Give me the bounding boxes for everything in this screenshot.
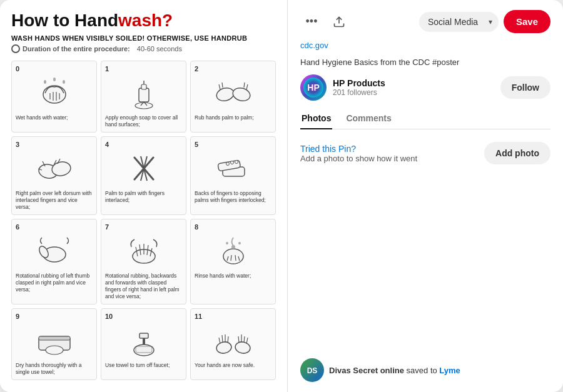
saved-text: Divas Secret online saved to Lyme bbox=[329, 366, 460, 375]
step-number-9: 9 bbox=[16, 313, 93, 320]
svg-rect-33 bbox=[136, 346, 152, 353]
app-container: How to Handwash? WASH HANDS WHEN VISIBLY… bbox=[0, 0, 563, 392]
step-number-6: 6 bbox=[16, 223, 93, 231]
step-cell-0: 0 bbox=[11, 61, 97, 133]
svg-point-8 bbox=[231, 86, 251, 103]
step-illustration-0 bbox=[16, 74, 93, 112]
step-number-3: 3 bbox=[16, 141, 93, 148]
step-illustration-10 bbox=[105, 322, 182, 359]
title-text-black: How to Hand bbox=[11, 11, 118, 30]
more-icon: ••• bbox=[306, 15, 318, 28]
svg-point-34 bbox=[215, 341, 232, 354]
saved-row: DS Divas Secret online saved to Lyme bbox=[300, 358, 550, 382]
title-text-red: wash? bbox=[118, 11, 173, 30]
svg-point-3 bbox=[63, 80, 65, 84]
step-desc-2: Rub hands palm to palm; bbox=[195, 114, 271, 121]
svg-text:HP: HP bbox=[307, 83, 319, 93]
step-illustration-2 bbox=[195, 74, 271, 112]
svg-rect-4 bbox=[139, 88, 149, 102]
source-link[interactable]: cdc.gov bbox=[300, 41, 550, 50]
svg-point-23 bbox=[223, 249, 243, 264]
svg-point-2 bbox=[53, 78, 56, 81]
step-illustration-11 bbox=[195, 322, 271, 359]
step-number-0: 0 bbox=[16, 65, 93, 73]
profile-name: HP Products bbox=[333, 78, 494, 88]
saved-user: Divas Secret online bbox=[329, 366, 404, 375]
duration-value: 40-60 seconds bbox=[137, 45, 182, 53]
step-cell-7: 7 Rotational rubbing, backwards and forw… bbox=[101, 219, 186, 304]
svg-point-17 bbox=[226, 163, 229, 166]
step-number-10: 10 bbox=[105, 313, 182, 320]
step-desc-0: Wet hands with water; bbox=[16, 114, 93, 121]
step-desc-4: Palm to palm with fingers interlaced; bbox=[105, 190, 182, 204]
poster-title: How to Handwash? bbox=[11, 11, 276, 31]
step-illustration-4 bbox=[105, 150, 182, 188]
clock-icon bbox=[11, 44, 20, 53]
step-number-5: 5 bbox=[195, 141, 271, 148]
add-photo-button[interactable]: Add photo bbox=[484, 142, 550, 164]
step-desc-9: Dry hands thoroughly with a single use t… bbox=[16, 362, 93, 376]
step-cell-4: 4 Palm to palm with fingers interlaced; bbox=[101, 136, 186, 215]
spacer bbox=[300, 177, 550, 351]
svg-point-24 bbox=[231, 245, 235, 249]
upload-icon bbox=[333, 16, 345, 28]
steps-grid: 0 bbox=[11, 61, 276, 381]
step-number-7: 7 bbox=[105, 223, 182, 231]
tabs-row: Photos Comments bbox=[300, 108, 550, 129]
svg-rect-5 bbox=[141, 84, 146, 89]
more-options-button[interactable]: ••• bbox=[300, 11, 323, 33]
tried-text-block: Tried this Pin? Add a photo to show how … bbox=[300, 144, 417, 163]
svg-point-19 bbox=[235, 161, 238, 164]
step-number-2: 2 bbox=[195, 65, 271, 73]
step-number-1: 1 bbox=[105, 65, 182, 73]
right-toolbar: ••• Social Media ▾ Save bbox=[300, 10, 550, 33]
step-cell-10: 10 Use towel to turn off faucet; bbox=[101, 308, 186, 380]
svg-point-29 bbox=[46, 346, 63, 354]
board-select[interactable]: Social Media bbox=[419, 12, 499, 32]
step-illustration-6 bbox=[16, 233, 93, 270]
profile-row: HP HP Products 201 followers Follow bbox=[300, 74, 550, 101]
step-illustration-3 bbox=[16, 150, 93, 188]
svg-rect-28 bbox=[39, 336, 70, 340]
left-panel: How to Handwash? WASH HANDS WHEN VISIBLY… bbox=[0, 0, 288, 392]
svg-point-7 bbox=[215, 86, 235, 103]
save-button[interactable]: Save bbox=[504, 10, 550, 33]
saved-board[interactable]: Lyme bbox=[439, 366, 460, 375]
upload-button[interactable] bbox=[328, 11, 350, 33]
tried-title[interactable]: Tried this Pin? bbox=[300, 144, 417, 154]
poster-duration: Duration of the entire procedure: 40-60 … bbox=[11, 44, 276, 53]
step-number-4: 4 bbox=[105, 141, 182, 148]
tab-photos[interactable]: Photos bbox=[300, 108, 332, 129]
step-desc-10: Use towel to turn off faucet; bbox=[105, 362, 182, 369]
step-desc-5: Backs of fingers to opposing palms with … bbox=[195, 190, 271, 204]
saved-action: saved to bbox=[407, 366, 440, 375]
poster-content: How to Handwash? WASH HANDS WHEN VISIBLY… bbox=[0, 0, 287, 386]
profile-followers: 201 followers bbox=[333, 88, 494, 97]
step-cell-2: 2 Rub hands palm to pa bbox=[190, 61, 276, 133]
svg-point-0 bbox=[43, 86, 66, 103]
svg-text:DS: DS bbox=[307, 366, 318, 375]
svg-rect-30 bbox=[139, 333, 148, 338]
svg-point-1 bbox=[44, 80, 46, 84]
step-cell-8: 8 Rinse hands with water; bbox=[190, 219, 276, 304]
svg-point-35 bbox=[234, 341, 251, 354]
step-illustration-8 bbox=[195, 233, 271, 270]
step-desc-7: Rotational rubbing, backwards and forwar… bbox=[105, 273, 182, 300]
svg-point-6 bbox=[135, 103, 153, 109]
step-illustration-1 bbox=[105, 74, 182, 112]
step-cell-5: 5 Backs of fingers to opposing palms wit… bbox=[190, 136, 276, 215]
svg-point-18 bbox=[230, 161, 233, 164]
step-illustration-9 bbox=[16, 322, 93, 359]
step-number-8: 8 bbox=[195, 223, 271, 231]
step-cell-9: 9 Dry hands thoroughly with a single use… bbox=[11, 308, 97, 380]
step-cell-3: 3 Right palm over left dorsum with inter… bbox=[11, 136, 97, 215]
step-desc-1: Apply enough soap to cover all hand surf… bbox=[105, 114, 182, 128]
step-cell-1: 1 Apply enough soap to bbox=[101, 61, 186, 133]
tried-sub: Add a photo to show how it went bbox=[300, 154, 417, 163]
step-number-11: 11 bbox=[195, 313, 271, 320]
svg-rect-31 bbox=[143, 338, 145, 344]
board-select-wrapper[interactable]: Social Media ▾ bbox=[419, 12, 499, 32]
tab-comments[interactable]: Comments bbox=[345, 108, 392, 129]
follow-button[interactable]: Follow bbox=[500, 76, 550, 99]
step-desc-3: Right palm over left dorsum with interla… bbox=[16, 190, 93, 211]
